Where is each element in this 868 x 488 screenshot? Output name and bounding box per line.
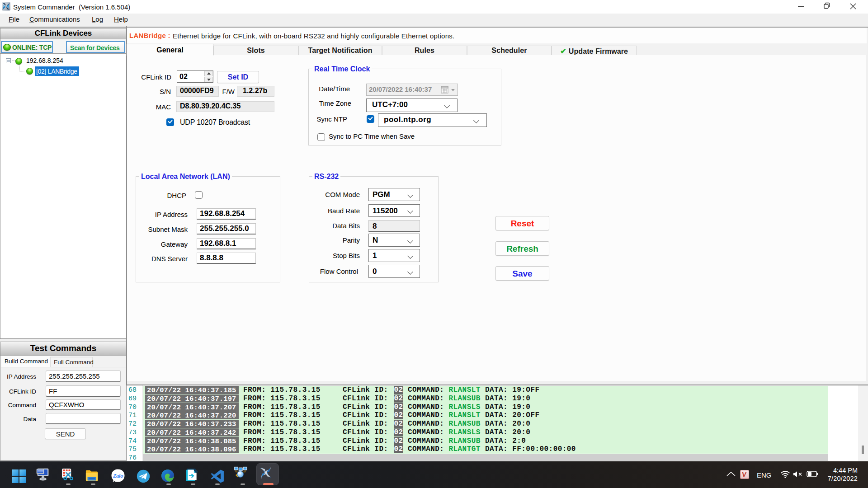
svg-text:Zalo: Zalo: [113, 473, 123, 479]
